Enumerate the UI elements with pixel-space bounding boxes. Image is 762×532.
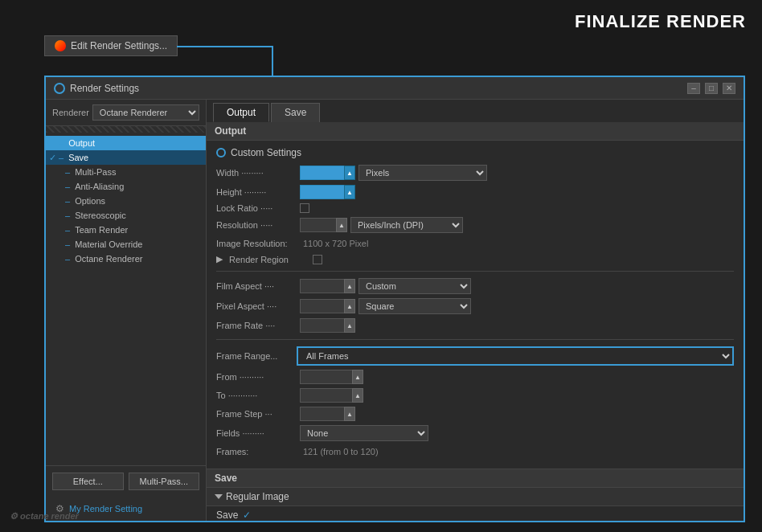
- effect-button[interactable]: Effect...: [52, 473, 124, 490]
- regular-image-header: Regular Image: [207, 488, 744, 506]
- sidebar: Renderer Octane Renderer – Output ✓ – Sa…: [46, 100, 207, 521]
- renderer-row: Renderer Octane Renderer: [46, 100, 206, 126]
- frame-step-row: Frame Step ··· 1 ▲: [216, 407, 734, 421]
- image-resolution-value: 1100 x 720 Pixel: [303, 237, 368, 250]
- width-spinner-up[interactable]: ▲: [344, 166, 355, 180]
- sidebar-item-multipass[interactable]: – Multi-Pass: [46, 165, 206, 179]
- pixel-aspect-input-group: 1 ▲: [300, 299, 355, 313]
- sidebar-item-save[interactable]: ✓ – Save: [46, 150, 206, 165]
- film-aspect-row: Film Aspect ···· 1.528 ▲ Custom: [216, 278, 734, 294]
- render-settings-window: Render Settings – □ ✕ Renderer Octane Re…: [44, 76, 745, 522]
- to-spinner[interactable]: ▲: [352, 388, 363, 403]
- resolution-spinner[interactable]: ▲: [336, 218, 347, 232]
- resolution-input[interactable]: 72: [300, 218, 336, 232]
- page-title: FINALIZE RENDER: [575, 11, 746, 32]
- fields-select[interactable]: None: [300, 425, 428, 441]
- collapse-icon[interactable]: [215, 494, 223, 499]
- frame-step-input[interactable]: 1: [300, 407, 344, 421]
- width-unit-select[interactable]: Pixels: [358, 165, 487, 181]
- sidebar-item-material-override[interactable]: – Material Override: [46, 237, 206, 252]
- tab-save[interactable]: Save: [271, 103, 320, 122]
- width-input-group: 1100 ▲: [300, 166, 355, 180]
- sidebar-bottom: Effect... Multi-Pass...: [46, 465, 206, 497]
- pixel-aspect-input[interactable]: 1: [300, 299, 344, 313]
- height-input-group: 720 ▲: [300, 185, 355, 199]
- sidebar-item-stereoscopic[interactable]: – Stereoscopic: [46, 208, 206, 223]
- octane-brand: ⚙ octane render: [10, 508, 79, 522]
- to-label: To ············: [216, 391, 297, 400]
- window-title-label: Render Settings: [70, 83, 139, 94]
- width-input[interactable]: 1100: [300, 166, 344, 180]
- from-spinner[interactable]: ▲: [352, 370, 363, 384]
- sidebar-item-antialiasing[interactable]: – Anti-Aliasing: [46, 179, 206, 194]
- frame-rate-spinner[interactable]: ▲: [344, 318, 355, 333]
- maximize-button[interactable]: □: [705, 83, 718, 94]
- dash-icon-4: –: [65, 182, 70, 191]
- pixel-aspect-dropdown[interactable]: Square: [358, 298, 471, 314]
- render-region-checkbox[interactable]: [313, 255, 322, 264]
- to-input-group: 120 F ▲: [300, 388, 363, 403]
- output-form: Custom Settings Width ········· 1100 ▲: [207, 141, 744, 469]
- frame-range-row: Frame Range... All Frames: [216, 346, 734, 366]
- minimize-button[interactable]: –: [687, 83, 700, 94]
- renderer-label: Renderer: [52, 108, 89, 117]
- frame-step-spinner[interactable]: ▲: [344, 407, 355, 421]
- custom-settings-radio[interactable]: [216, 148, 226, 158]
- dash-icon-9: –: [65, 254, 70, 264]
- pixel-aspect-row: Pixel Aspect ···· 1 ▲ Square: [216, 298, 734, 314]
- film-aspect-dropdown[interactable]: Custom: [358, 278, 471, 294]
- edit-render-button[interactable]: Edit Render Settings...: [44, 35, 178, 56]
- width-label: Width ·········: [216, 168, 297, 178]
- film-aspect-spinner[interactable]: ▲: [344, 279, 355, 293]
- resolution-row: Resolution ····· 72 ▲ Pixels/Inch (DPI): [216, 217, 734, 233]
- my-render-label[interactable]: My Render Setting: [69, 504, 142, 514]
- multipass-button[interactable]: Multi-Pass...: [129, 473, 200, 490]
- sidebar-item-team-render[interactable]: – Team Render: [46, 223, 206, 237]
- dash-icon-2: –: [59, 153, 63, 162]
- dash-icon-8: –: [65, 239, 70, 249]
- sidebar-item-output[interactable]: – Output: [46, 136, 206, 150]
- from-row: From ·········· 0 F ▲: [216, 370, 734, 384]
- pixel-aspect-spinner[interactable]: ▲: [344, 299, 355, 313]
- save-checkmark-icon: ✓: [243, 509, 251, 521]
- fields-row: Fields ········· None: [216, 425, 734, 441]
- regular-image-label: Regular Image: [226, 491, 289, 502]
- sidebar-item-options[interactable]: – Options: [46, 194, 206, 208]
- sidebar-item-octane-renderer[interactable]: – Octane Renderer: [46, 252, 206, 266]
- window-title-area: Render Settings: [54, 83, 139, 94]
- window-body: Renderer Octane Renderer – Output ✓ – Sa…: [46, 100, 744, 521]
- to-row: To ············ 120 F ▲: [216, 388, 734, 403]
- from-input-group: 0 F ▲: [300, 370, 363, 384]
- custom-settings-row: Custom Settings: [216, 147, 734, 158]
- height-input[interactable]: 720: [300, 185, 344, 199]
- separator-1: [216, 271, 734, 272]
- renderer-select[interactable]: Octane Renderer: [92, 104, 199, 121]
- connector-line-h: [177, 46, 273, 47]
- frame-range-select[interactable]: All Frames: [297, 346, 734, 366]
- height-row: Height ········· 720 ▲: [216, 185, 734, 199]
- height-spinner-up[interactable]: ▲: [344, 185, 355, 199]
- hatch-bar: [46, 126, 206, 133]
- film-aspect-input[interactable]: 1.528: [300, 279, 344, 293]
- render-region-label: Render Region: [229, 255, 309, 264]
- frame-rate-label: Frame Rate ····: [216, 321, 297, 330]
- lock-ratio-checkbox[interactable]: [300, 203, 309, 213]
- close-button[interactable]: ✕: [723, 83, 735, 94]
- tab-output[interactable]: Output: [213, 103, 269, 122]
- main-content: Output Save Output Custom Settings: [207, 100, 744, 521]
- frame-rate-input[interactable]: 30: [300, 318, 344, 333]
- resolution-unit-select[interactable]: Pixels/Inch (DPI): [350, 217, 463, 233]
- custom-settings-label: Custom Settings: [231, 147, 301, 158]
- content-area: Output Custom Settings Width ·········: [207, 122, 744, 521]
- dash-icon-6: –: [65, 211, 70, 220]
- from-input[interactable]: 0 F: [300, 370, 352, 384]
- dash-icon-3: –: [65, 167, 70, 177]
- film-aspect-input-group: 1.528 ▲: [300, 279, 355, 293]
- window-controls: – □ ✕: [687, 83, 735, 94]
- render-region-row: ▶ Render Region: [216, 254, 734, 264]
- save-checkbox-row: Save ✓: [207, 506, 744, 521]
- save-section-header: Save: [207, 469, 744, 488]
- to-input[interactable]: 120 F: [300, 388, 352, 403]
- height-label: Height ·········: [216, 187, 297, 197]
- triangle-right-icon: ▶: [216, 254, 223, 264]
